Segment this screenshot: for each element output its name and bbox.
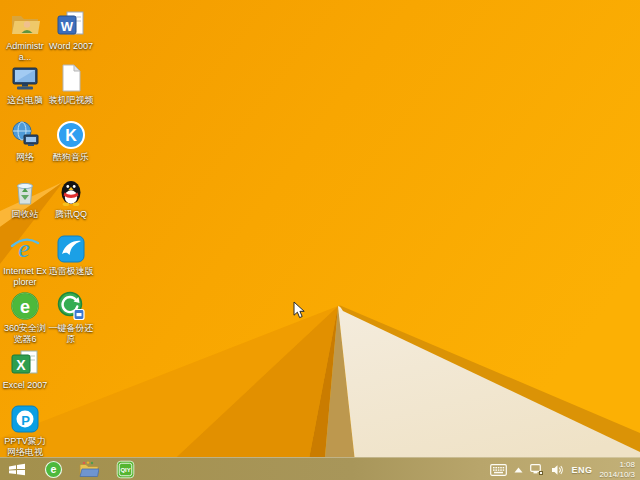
user-folder-icon xyxy=(9,8,41,40)
desktop-icon-label: PPTV聚力 网络电视 xyxy=(2,436,48,458)
system-tray: ENG 1:08 2014/10/3 xyxy=(490,458,637,480)
pptv-icon: P xyxy=(9,403,41,435)
desktop-icon-word-2007[interactable]: W Word 2007 xyxy=(48,8,94,52)
desktop-icon-label: 360安全浏览器6 xyxy=(2,323,48,345)
svg-text:e: e xyxy=(18,234,30,263)
file-explorer-icon xyxy=(79,461,99,478)
language-indicator[interactable]: ENG xyxy=(571,465,592,475)
desktop-icon-label: 酷狗音乐 xyxy=(53,152,89,163)
network-status-icon[interactable] xyxy=(530,464,544,476)
taskbar-360-browser-button[interactable]: e xyxy=(38,458,68,480)
taskbar-file-explorer-button[interactable] xyxy=(74,458,104,480)
clock[interactable]: 1:08 2014/10/3 xyxy=(599,460,637,479)
desktop-icon-internet-explorer[interactable]: e Internet Explorer xyxy=(2,233,48,288)
desktop-icon-label: 一键备份还原 xyxy=(48,323,94,345)
desktop-icon-excel-2007[interactable]: X Excel 2007 xyxy=(2,347,48,391)
desktop-icon-label: Word 2007 xyxy=(49,41,93,52)
svg-text:QIY: QIY xyxy=(120,467,130,473)
desktop-icon-label: Administra... xyxy=(2,41,48,63)
svg-text:W: W xyxy=(61,19,74,34)
start-button[interactable] xyxy=(2,458,32,480)
360-browser-icon: e xyxy=(9,290,41,322)
clock-date: 2014/10/3 xyxy=(599,470,635,480)
desktop-icon-video-document[interactable]: 装机吧视频 xyxy=(48,62,94,106)
qq-icon xyxy=(55,176,87,208)
word-icon: W xyxy=(55,8,87,40)
desktop-icon-label: Excel 2007 xyxy=(3,380,48,391)
desktop-icon-tencent-qq[interactable]: 腾讯QQ xyxy=(48,176,94,220)
internet-explorer-icon: e xyxy=(9,233,41,265)
desktop-icon-administrator-folder[interactable]: Administra... xyxy=(2,8,48,63)
start-icon xyxy=(8,462,26,477)
clock-time: 1:08 xyxy=(619,460,635,470)
svg-text:K: K xyxy=(65,127,77,144)
text-document-icon xyxy=(55,62,87,94)
excel-icon: X xyxy=(9,347,41,379)
desktop-icon-label: 这台电脑 xyxy=(7,95,43,106)
desktop-icon-recycle-bin[interactable]: 回收站 xyxy=(2,176,48,220)
svg-text:e: e xyxy=(20,297,30,317)
this-pc-icon xyxy=(9,62,41,94)
360-browser-icon: e xyxy=(44,460,63,479)
backup-restore-icon xyxy=(55,290,87,322)
thunder-icon xyxy=(55,233,87,265)
speaker-icon[interactable] xyxy=(551,464,564,476)
desktop-icon-thunder[interactable]: 迅雷极速版 xyxy=(48,233,94,277)
network-icon xyxy=(9,119,41,151)
desktop-icon-backup-restore[interactable]: 一键备份还原 xyxy=(48,290,94,345)
desktop-icon-kugou-music[interactable]: K 酷狗音乐 xyxy=(48,119,94,163)
svg-text:e: e xyxy=(50,463,56,475)
desktop-icon-pptv[interactable]: P PPTV聚力 网络电视 xyxy=(2,403,48,458)
taskbar: e QIY xyxy=(0,457,640,480)
desktop-icon-label: 回收站 xyxy=(12,209,39,220)
svg-text:P: P xyxy=(21,413,30,428)
desktop-icon-this-pc[interactable]: 这台电脑 xyxy=(2,62,48,106)
chevron-up-icon[interactable] xyxy=(514,467,523,473)
kugou-music-icon: K xyxy=(55,119,87,151)
desktop-icon-label: 装机吧视频 xyxy=(49,95,94,106)
desktop: Administra... 这台电脑 网络 回收站 xyxy=(0,0,640,480)
desktop-icon-label: 腾讯QQ xyxy=(55,209,87,220)
desktop-icon-label: 迅雷极速版 xyxy=(49,266,94,277)
recycle-bin-icon xyxy=(9,176,41,208)
taskbar-iqiyi-button[interactable]: QIY xyxy=(110,458,140,480)
desktop-icon-label: Internet Explorer xyxy=(2,266,48,288)
desktop-icon-360-browser[interactable]: e 360安全浏览器6 xyxy=(2,290,48,345)
touch-keyboard-icon[interactable] xyxy=(490,464,507,476)
desktop-icon-network[interactable]: 网络 xyxy=(2,119,48,163)
svg-text:X: X xyxy=(16,357,26,373)
iqiyi-icon: QIY xyxy=(116,460,135,479)
wallpaper xyxy=(0,0,640,480)
desktop-icon-label: 网络 xyxy=(16,152,34,163)
